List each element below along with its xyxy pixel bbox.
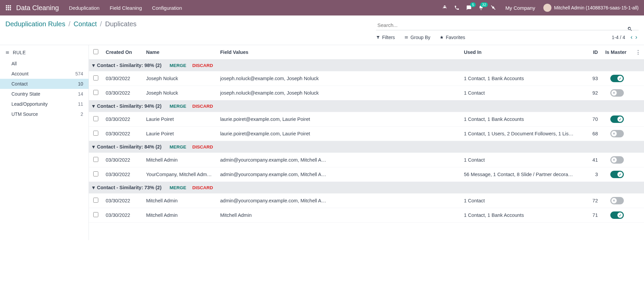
group-title: Contact - Similarity: 98% (2) [97, 63, 162, 68]
cell-created: 03/30/2022 [102, 71, 143, 86]
select-all-checkbox[interactable] [93, 49, 98, 54]
col-options-icon[interactable]: ⋮ [632, 45, 644, 60]
table-row[interactable]: 03/30/2022Joseph Noluckjoseph.noluck@exa… [89, 86, 644, 100]
search-input[interactable] [376, 20, 639, 30]
cell-field-values: joseph.noluck@example.com, Joseph Noluck [217, 71, 461, 86]
cell-created: 03/30/2022 [102, 208, 143, 223]
user-menu[interactable]: Mitchell Admin (14088376-saas-15-1-all) [554, 5, 639, 10]
nav-configuration[interactable]: Configuration [152, 5, 182, 11]
activities-badge: 32 [480, 2, 488, 7]
svg-rect-4 [8, 7, 9, 8]
discard-button[interactable]: DISCARD [192, 63, 213, 68]
row-checkbox[interactable] [93, 157, 98, 162]
col-used-in[interactable]: Used In [461, 45, 582, 60]
is-master-toggle[interactable] [610, 75, 624, 82]
filters-button[interactable]: Filters [376, 35, 395, 40]
caret-down-icon: ▾ [92, 63, 95, 68]
cell-field-values: admin@yourcompany.example.com, Mitchell … [217, 167, 461, 182]
group-row[interactable]: ▾Contact - Similarity: 73% (2)MERGEDISCA… [89, 182, 644, 194]
sidebar-item-all[interactable]: All [0, 59, 89, 69]
sidebar-item-country-state[interactable]: Country State14 [0, 89, 89, 99]
group-title: Contact - Similarity: 84% (2) [97, 144, 162, 149]
cell-field-values: admin@yourcompany.example.com, Mitchell … [217, 153, 461, 167]
table-row[interactable]: 03/30/2022YourCompany, Mitchell Adm…admi… [89, 167, 644, 182]
phone-icon[interactable] [454, 5, 460, 10]
row-checkbox[interactable] [93, 198, 98, 203]
svg-rect-2 [10, 5, 11, 7]
groupby-button[interactable]: Group By [404, 35, 430, 40]
col-is-master[interactable]: Is Master [602, 45, 632, 60]
is-master-toggle[interactable] [610, 115, 624, 123]
pager-prev-icon[interactable]: ‹ [629, 34, 634, 41]
tools-icon[interactable] [490, 5, 496, 10]
pager-text[interactable]: 1-4 / 4 [612, 35, 625, 40]
avatar[interactable] [543, 4, 551, 12]
group-row[interactable]: ▾Contact - Similarity: 84% (2)MERGEDISCA… [89, 141, 644, 153]
company-switcher[interactable]: My Company [505, 5, 535, 11]
merge-button[interactable]: MERGE [170, 63, 187, 68]
cell-used-in: 56 Message, 1 Contact, 8 Slide / Partner… [461, 167, 582, 182]
table-row[interactable]: 03/30/2022Mitchell Adminadmin@yourcompan… [89, 153, 644, 167]
nav-deduplication[interactable]: Deduplication [69, 5, 100, 11]
table-row[interactable]: 03/30/2022Laurie Poiretlaurie.poiret@exa… [89, 127, 644, 141]
is-master-toggle[interactable] [610, 197, 624, 204]
row-checkbox[interactable] [93, 90, 98, 95]
cell-field-values: laurie.poiret@example.com, Laurie Poiret [217, 127, 461, 141]
messages-icon[interactable]: 5 [466, 5, 472, 10]
merge-button[interactable]: MERGE [170, 104, 187, 109]
row-checkbox[interactable] [93, 131, 98, 136]
activities-icon[interactable]: 32 [478, 5, 484, 10]
row-checkbox[interactable] [93, 75, 98, 80]
discard-button[interactable]: DISCARD [192, 185, 213, 190]
is-master-toggle[interactable] [610, 89, 624, 97]
pager-next-icon[interactable]: › [634, 34, 639, 41]
sidebar-header[interactable]: RULE [0, 50, 89, 59]
merge-button[interactable]: MERGE [170, 185, 187, 190]
svg-rect-7 [8, 9, 9, 10]
cell-name: Mitchell Admin [143, 208, 217, 223]
col-created-on[interactable]: Created On [102, 45, 143, 60]
row-checkbox[interactable] [93, 212, 98, 217]
apps-icon[interactable] [5, 5, 11, 11]
is-master-toggle[interactable] [610, 156, 624, 164]
table-row[interactable]: 03/30/2022Mitchell AdminMitchell Admin1 … [89, 208, 644, 223]
favorites-button[interactable]: Favorites [440, 35, 465, 40]
cell-name: Mitchell Admin [143, 153, 217, 167]
row-checkbox[interactable] [93, 171, 98, 176]
content: Created On Name Field Values Used In ID … [89, 45, 644, 240]
table-row[interactable]: 03/30/2022Joseph Noluckjoseph.noluck@exa… [89, 71, 644, 86]
cell-field-values: joseph.noluck@example.com, Joseph Noluck [217, 86, 461, 100]
brand-title[interactable]: Data Cleaning [16, 4, 59, 12]
sidebar-item-count: 574 [75, 71, 83, 76]
sidebar-item-lead-opportunity[interactable]: Lead/Opportunity11 [0, 99, 89, 109]
cell-name: Laurie Poiret [143, 127, 217, 141]
table-row[interactable]: 03/30/2022Mitchell Adminadmin@yourcompan… [89, 194, 644, 208]
col-field-values[interactable]: Field Values [217, 45, 461, 60]
nav-field-cleaning[interactable]: Field Cleaning [110, 5, 142, 11]
table-row[interactable]: 03/30/2022Laurie Poiretlaurie.poiret@exa… [89, 112, 644, 127]
merge-button[interactable]: MERGE [170, 144, 187, 149]
breadcrumb-root[interactable]: Deduplication Rules [5, 20, 65, 28]
cell-name: Laurie Poiret [143, 112, 217, 127]
is-master-toggle[interactable] [610, 130, 624, 137]
row-checkbox[interactable] [93, 116, 98, 121]
cell-used-in: 1 Contact [461, 153, 582, 167]
group-title: Contact - Similarity: 94% (2) [97, 103, 162, 109]
group-row[interactable]: ▾Contact - Similarity: 98% (2)MERGEDISCA… [89, 60, 644, 71]
discard-button[interactable]: DISCARD [192, 104, 213, 109]
search-icon[interactable] [627, 26, 633, 33]
group-row[interactable]: ▾Contact - Similarity: 94% (2)MERGEDISCA… [89, 100, 644, 112]
is-master-toggle[interactable] [610, 171, 624, 178]
sidebar-item-utm-source[interactable]: UTM Source2 [0, 109, 89, 119]
discard-button[interactable]: DISCARD [192, 144, 213, 149]
breadcrumb-mid[interactable]: Contact [74, 20, 97, 28]
cell-id: 3 [582, 167, 602, 182]
sidebar-item-contact[interactable]: Contact10 [0, 79, 89, 89]
col-id[interactable]: ID [582, 45, 602, 60]
col-name[interactable]: Name [143, 45, 217, 60]
sidebar-item-account[interactable]: Account574 [0, 69, 89, 79]
cell-created: 03/30/2022 [102, 127, 143, 141]
is-master-toggle[interactable] [610, 211, 624, 219]
cell-created: 03/30/2022 [102, 86, 143, 100]
debug-icon[interactable] [442, 5, 447, 10]
